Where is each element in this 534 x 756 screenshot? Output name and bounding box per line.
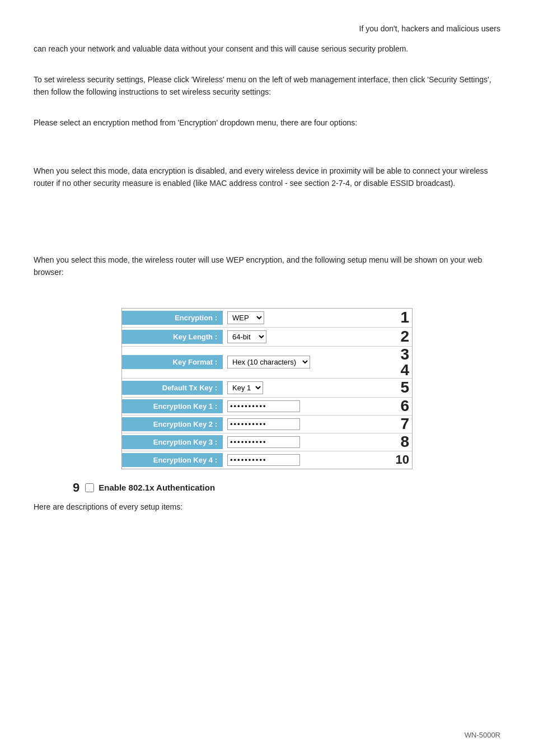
wep-setup-intro-para: When you select this mode, the wireless … — [34, 254, 500, 279]
enckey1-input[interactable] — [227, 400, 300, 412]
intro-line1: If you don't, hackers and malicious user… — [34, 22, 500, 35]
label-enckey3: Encryption Key 3 : — [122, 435, 223, 449]
intro-para2: To set wireless security settings, Pleas… — [34, 73, 500, 99]
control-enckey1 — [223, 398, 390, 415]
label-keyformat: Key Format : — [122, 355, 223, 369]
enable-802-label: Enable 802.1x Authentication — [99, 483, 215, 492]
intro-line2: can reach your network and valuable data… — [34, 43, 500, 55]
row-number-4: 4 — [400, 362, 409, 378]
label-enckey1: Encryption Key 1 : — [122, 399, 223, 413]
setup-table: Encryption : WEP None WPA WPA2 1 Key Len… — [121, 308, 413, 469]
label-enckey2: Encryption Key 2 : — [122, 417, 223, 431]
row-number-2: 2 — [390, 329, 412, 344]
table-row-keylength: Key Length : 64-bit 128-bit 2 — [122, 328, 412, 347]
control-enckey2 — [223, 416, 390, 433]
table-row-enckey3: Encryption Key 3 : 8 — [122, 433, 412, 451]
enable-802-checkbox[interactable] — [85, 483, 94, 492]
control-encryption: WEP None WPA WPA2 — [223, 309, 390, 327]
label-keylength: Key Length : — [122, 330, 223, 344]
intro-para3-text: Please select an encryption method from … — [34, 118, 357, 127]
keylength-select[interactable]: 64-bit 128-bit — [227, 330, 266, 343]
row-number-7: 7 — [390, 416, 412, 432]
intro-para3: Please select an encryption method from … — [34, 116, 500, 129]
control-defaulttxkey: Key 1 Key 2 Key 3 Key 4 — [223, 379, 390, 397]
table-row-enckey4: Encryption Key 4 : 10 — [122, 451, 412, 469]
descriptions-text-span: Here are descriptions of every setup ite… — [34, 502, 182, 511]
enable-802-row: 9 Enable 802.1x Authentication — [73, 480, 500, 495]
control-enckey3 — [223, 433, 390, 451]
wep-intro-para: When you select this mode, data encrypti… — [34, 165, 500, 190]
enckey2-input[interactable] — [227, 418, 300, 430]
row-number-10: 10 — [390, 454, 412, 466]
table-row-keyformat: Key Format : Hex (10 characters) ASCII (… — [122, 347, 412, 379]
label-defaulttxkey: Default Tx Key : — [122, 381, 223, 395]
row-number-1: 1 — [390, 310, 412, 325]
enable-802-number: 9 — [73, 480, 79, 495]
wep-setup-intro-text: When you select this mode, the wireless … — [34, 255, 482, 277]
control-keyformat: Hex (10 characters) ASCII (5 characters) — [223, 353, 390, 371]
enckey4-input[interactable] — [227, 454, 300, 466]
row-number-3: 3 — [400, 347, 409, 362]
intro-para2-text: To set wireless security settings, Pleas… — [34, 75, 491, 96]
label-encryption: Encryption : — [122, 311, 223, 325]
table-row-enckey2: Encryption Key 2 : 7 — [122, 416, 412, 433]
keyformat-select[interactable]: Hex (10 characters) ASCII (5 characters) — [227, 356, 310, 368]
table-row-encryption: Encryption : WEP None WPA WPA2 1 — [122, 309, 412, 328]
defaulttxkey-select[interactable]: Key 1 Key 2 Key 3 Key 4 — [227, 381, 263, 394]
label-enckey4: Encryption Key 4 : — [122, 453, 223, 467]
footer-model-text: WN-5000R — [465, 731, 500, 739]
table-row-enckey1: Encryption Key 1 : 6 — [122, 398, 412, 416]
row-number-6: 6 — [390, 398, 412, 414]
row-number-8: 8 — [390, 434, 412, 450]
table-row-defaulttxkey: Default Tx Key : Key 1 Key 2 Key 3 Key 4… — [122, 379, 412, 398]
footer-model: WN-5000R — [465, 731, 500, 739]
descriptions-text: Here are descriptions of every setup ite… — [34, 501, 500, 513]
encryption-select[interactable]: WEP None WPA WPA2 — [227, 311, 264, 324]
enckey3-input[interactable] — [227, 436, 300, 448]
wep-intro-text: When you select this mode, data encrypti… — [34, 166, 488, 188]
control-enckey4 — [223, 451, 390, 469]
control-keylength: 64-bit 128-bit — [223, 328, 390, 346]
row-number-5: 5 — [390, 380, 412, 395]
row-number-3-4: 3 4 — [390, 347, 412, 378]
intro-line2-text: can reach your network and valuable data… — [34, 44, 408, 53]
intro-line1-text: If you don't, hackers and malicious user… — [359, 24, 500, 33]
